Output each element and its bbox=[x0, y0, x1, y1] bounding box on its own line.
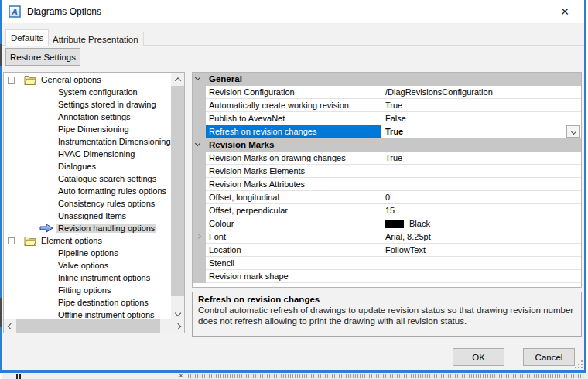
tree-item-valve-options[interactable]: Valve options bbox=[5, 259, 172, 271]
vertical-scrollbar-thumb[interactable] bbox=[171, 86, 184, 296]
collapse-expander-icon[interactable] bbox=[8, 237, 15, 244]
tab-attribute-presentation[interactable]: Attribute Presentation bbox=[47, 32, 144, 46]
property-value[interactable]: FollowText bbox=[381, 244, 581, 257]
property-value[interactable]: True bbox=[381, 152, 581, 165]
property-label: Publish to AvevaNet bbox=[206, 112, 381, 125]
property-label: Colour bbox=[206, 217, 381, 230]
tab-defaults[interactable]: Defaults bbox=[5, 29, 49, 46]
tree-item-label-selected: Revision handling options bbox=[56, 224, 156, 233]
description-title: Refresh on revision changes bbox=[198, 295, 576, 304]
title-bar[interactable]: A Diagrams Options ✕ bbox=[2, 0, 584, 23]
property-value-text: True bbox=[385, 152, 402, 164]
property-row-publish-to-avevanet[interactable]: Publish to AvevaNet False bbox=[193, 112, 581, 125]
horizontal-scrollbar-thumb[interactable] bbox=[16, 319, 160, 333]
resize-grip[interactable] bbox=[575, 360, 583, 368]
dialog-title: Diagrams Options bbox=[27, 6, 101, 17]
app-icon: A bbox=[9, 5, 21, 18]
tree-item-auto-formatting-rules-options[interactable]: Auto formatting rules options bbox=[5, 185, 172, 197]
row-gutter bbox=[193, 230, 206, 244]
property-row-revision-marks-on-drawing-changes[interactable]: Revision Marks on drawing changes True bbox=[193, 152, 581, 165]
tree-item-system-configuration[interactable]: System configuration bbox=[5, 86, 172, 98]
property-row-location[interactable]: Location FollowText bbox=[193, 244, 581, 257]
property-value[interactable]: Black bbox=[381, 217, 581, 230]
background-dotted-scrollbar[interactable] bbox=[188, 374, 584, 378]
scroll-down-icon[interactable] bbox=[171, 306, 184, 319]
tree-item-label: Pipe Dimensioning bbox=[58, 125, 129, 134]
category-collapse-icon[interactable] bbox=[195, 75, 200, 80]
tree-item-annotation-settings[interactable]: Annotation settings bbox=[5, 111, 172, 123]
property-row-colour[interactable]: Colour Black bbox=[193, 217, 581, 230]
property-value[interactable] bbox=[381, 257, 581, 270]
property-value[interactable]: Arial, 8.25pt bbox=[381, 230, 581, 244]
scroll-right-icon[interactable] bbox=[171, 319, 184, 333]
tree-item-unassigned-items[interactable]: Unassigned Items bbox=[5, 210, 172, 222]
property-value-text: Black bbox=[409, 217, 430, 230]
close-icon[interactable]: ✕ bbox=[553, 2, 576, 21]
tree-item-inline-instrument-options[interactable]: Inline instrument options bbox=[5, 271, 172, 284]
tree-item-settings-stored-in-drawing[interactable]: Settings stored in drawing bbox=[5, 98, 172, 111]
tree-horizontal-scrollbar[interactable] bbox=[4, 319, 184, 333]
property-label: Location bbox=[206, 244, 381, 257]
category-general[interactable]: General bbox=[193, 73, 581, 86]
property-value[interactable]: False bbox=[381, 112, 581, 125]
tree-item-element-options[interactable]: Element options bbox=[5, 234, 172, 247]
property-value[interactable] bbox=[381, 178, 581, 191]
property-row-offset-longitudinal[interactable]: Offset, longitudinal 0 bbox=[193, 191, 581, 204]
tree-item-consistency-rules-options[interactable]: Consistency rules options bbox=[5, 197, 172, 210]
svg-text:A: A bbox=[11, 7, 18, 16]
property-row-stencil[interactable]: Stencil bbox=[193, 257, 581, 270]
tree-item-dialogues[interactable]: Dialogues bbox=[5, 160, 172, 172]
tree-item-pipeline-options[interactable]: Pipeline options bbox=[5, 247, 172, 259]
property-row-automatically-create-working-revision[interactable]: Automatically create working revision Tr… bbox=[193, 99, 581, 112]
diagrams-options-dialog: A Diagrams Options ✕ Defaults Attribute … bbox=[2, 0, 584, 370]
background-handle-icon bbox=[16, 374, 21, 379]
category-revision-marks[interactable]: Revision Marks bbox=[193, 138, 581, 152]
property-value-editor[interactable]: True bbox=[381, 125, 581, 138]
tree-item-instrumentation-dimensioning[interactable]: Instrumentation Dimensioning bbox=[5, 135, 172, 148]
collapse-expander-icon[interactable] bbox=[8, 77, 15, 84]
property-value[interactable]: 0 bbox=[381, 191, 581, 204]
ok-button[interactable]: OK bbox=[453, 348, 504, 366]
property-value-text: FollowText bbox=[385, 244, 426, 256]
scroll-left-icon[interactable] bbox=[4, 319, 17, 333]
tree-item-hvac-dimensioning[interactable]: HVAC Dimensioning bbox=[5, 148, 172, 160]
cancel-button[interactable]: Cancel bbox=[523, 348, 575, 366]
property-label: Revision mark shape bbox=[206, 270, 381, 283]
chevron-down-icon bbox=[570, 128, 576, 134]
tree-item-catalogue-search-settings[interactable]: Catalogue search settings bbox=[5, 172, 172, 185]
expand-chevron-icon[interactable] bbox=[196, 234, 201, 239]
property-value[interactable] bbox=[381, 270, 581, 283]
property-value[interactable]: 15 bbox=[381, 204, 581, 217]
restore-settings-button[interactable]: Restore Settings bbox=[5, 48, 80, 66]
property-value[interactable] bbox=[381, 165, 581, 178]
row-gutter bbox=[193, 125, 206, 138]
tree-item-revision-handling-options[interactable]: Revision handling options bbox=[5, 222, 172, 234]
scroll-up-icon[interactable] bbox=[171, 73, 184, 86]
folder-icon bbox=[24, 236, 36, 246]
property-label: Revision Marks Attributes bbox=[206, 178, 381, 191]
tree-item-pipe-destination-options[interactable]: Pipe destination options bbox=[5, 296, 172, 309]
tree-item-fitting-options[interactable]: Fitting options bbox=[5, 284, 172, 296]
dropdown-button[interactable] bbox=[566, 125, 580, 138]
tree-item-general-options[interactable]: General options bbox=[5, 73, 172, 86]
tree-item-label: Offline instrument options bbox=[58, 310, 155, 319]
tree-item-pipe-dimensioning[interactable]: Pipe Dimensioning bbox=[5, 123, 172, 135]
property-value[interactable]: True bbox=[381, 99, 581, 112]
category-title: General bbox=[209, 73, 242, 85]
property-row-revision-marks-attributes[interactable]: Revision Marks Attributes bbox=[193, 178, 581, 191]
tree-item-label: Valve options bbox=[58, 261, 108, 270]
property-row-revision-marks-elements[interactable]: Revision Marks Elements bbox=[193, 165, 581, 178]
category-collapse-icon[interactable] bbox=[195, 141, 200, 146]
property-row-offset-perpendicular[interactable]: Offset, perpendicular 15 bbox=[193, 204, 581, 217]
colour-swatch bbox=[385, 220, 404, 228]
property-row-revision-configuration[interactable]: Revision Configuration /DiagRevisionsCon… bbox=[193, 86, 581, 99]
tree-item-label: HVAC Dimensioning bbox=[58, 149, 135, 159]
property-row-revision-mark-shape[interactable]: Revision mark shape bbox=[193, 270, 581, 283]
property-value-text: False bbox=[385, 112, 406, 125]
property-value[interactable]: /DiagRevisionsConfiguration bbox=[381, 86, 581, 99]
property-row-refresh-on-revision-changes[interactable]: Refresh on revision changes True bbox=[193, 125, 581, 138]
tree-vertical-scrollbar[interactable] bbox=[171, 73, 184, 319]
tab-attribute-presentation-label: Attribute Presentation bbox=[53, 35, 138, 44]
property-row-font[interactable]: Font Arial, 8.25pt bbox=[193, 230, 581, 244]
category-title: Revision Marks bbox=[209, 139, 274, 151]
